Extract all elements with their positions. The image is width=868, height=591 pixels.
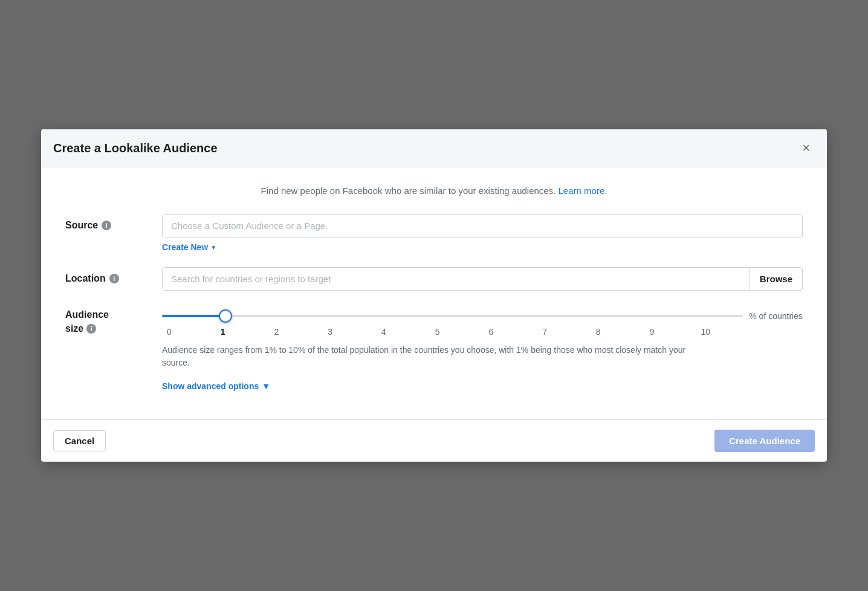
- close-button[interactable]: ×: [797, 139, 815, 157]
- tick-7: 7: [539, 327, 551, 337]
- tick-4: 4: [378, 327, 390, 337]
- create-audience-button[interactable]: Create Audience: [714, 430, 815, 452]
- dialog-title: Create a Lookalike Audience: [53, 141, 218, 155]
- dialog-header: Create a Lookalike Audience ×: [41, 129, 827, 167]
- create-new-button[interactable]: Create New ▼: [162, 242, 216, 252]
- location-input-wrapper: Browse: [162, 267, 803, 291]
- tick-9: 9: [646, 327, 658, 337]
- percent-label: % of countries: [749, 311, 803, 321]
- source-info-icon[interactable]: i: [102, 221, 111, 230]
- location-label-group: Location i: [65, 267, 162, 284]
- slider-tick-labels: 0 1 2 3 4 5 6 7 8 9 10: [162, 327, 803, 337]
- source-label-group: Source i: [65, 214, 162, 231]
- location-field-group: Browse: [162, 267, 803, 291]
- dialog-footer: Cancel Create Audience: [41, 419, 827, 462]
- tick-6: 6: [485, 327, 497, 337]
- audience-size-label-line1: Audience: [65, 309, 109, 320]
- tick-0: 0: [163, 327, 175, 337]
- source-row: Source i Create New ▼: [65, 214, 803, 253]
- audience-description: Audience size ranges from 1% to 10% of t…: [162, 344, 706, 369]
- learn-more-link[interactable]: Learn more.: [559, 186, 607, 196]
- audience-size-label-line2: size: [65, 323, 83, 334]
- show-advanced-options-button[interactable]: Show advanced options ▼: [162, 381, 270, 391]
- tick-2: 2: [270, 327, 282, 337]
- location-row: Location i Browse: [65, 267, 803, 291]
- tick-3: 3: [324, 327, 336, 337]
- tick-1: 1: [217, 327, 229, 337]
- create-new-arrow-icon: ▼: [210, 244, 216, 251]
- cancel-button[interactable]: Cancel: [53, 430, 106, 451]
- source-input[interactable]: [162, 214, 803, 237]
- dialog: Create a Lookalike Audience × Find new p…: [41, 129, 827, 462]
- audience-size-slider[interactable]: [162, 315, 743, 317]
- slider-section: % of countries 0 1 2 3 4 5 6 7 8 9 10: [162, 305, 803, 392]
- browse-button[interactable]: Browse: [750, 268, 802, 290]
- audience-size-label-group: Audience size i: [65, 305, 162, 334]
- tick-5: 5: [432, 327, 444, 337]
- audience-size-row: Audience size i % of countries 0: [65, 305, 803, 392]
- location-input[interactable]: [163, 268, 750, 290]
- tick-10: 10: [699, 327, 711, 337]
- location-info-icon[interactable]: i: [109, 274, 119, 283]
- source-field-group: Create New ▼: [162, 214, 803, 253]
- tick-8: 8: [592, 327, 604, 337]
- audience-size-info-icon[interactable]: i: [86, 324, 96, 334]
- source-label: Source: [65, 220, 98, 231]
- location-label: Location: [65, 273, 106, 284]
- advanced-options-arrow-icon: ▼: [262, 381, 270, 391]
- dialog-overlay: Create a Lookalike Audience × Find new p…: [0, 0, 868, 591]
- intro-text: Find new people on Facebook who are simi…: [65, 186, 803, 196]
- dialog-body: Find new people on Facebook who are simi…: [41, 167, 827, 413]
